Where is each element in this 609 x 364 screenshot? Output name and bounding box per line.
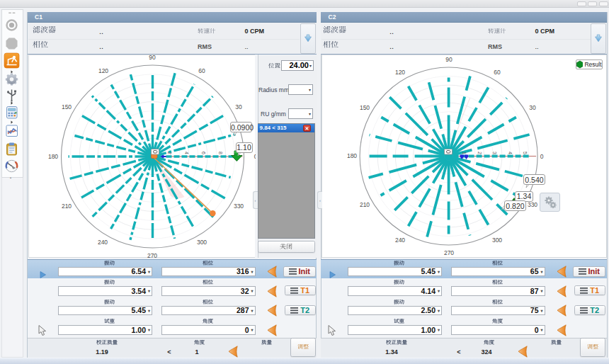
svg-text:270: 270 (444, 249, 454, 256)
svg-text:1: 1 (462, 152, 467, 154)
svg-text:150: 150 (360, 104, 370, 111)
svg-text:6: 6 (201, 152, 206, 154)
svg-text:2: 2 (477, 152, 482, 154)
svg-text:30: 30 (529, 104, 536, 111)
svg-text:330: 330 (234, 203, 244, 210)
svg-text:60: 60 (494, 69, 501, 76)
svg-text:30: 30 (235, 103, 242, 110)
svg-text:120: 120 (395, 69, 405, 76)
svg-text:4: 4 (184, 152, 189, 154)
svg-text:90: 90 (149, 55, 156, 61)
svg-text:180: 180 (347, 152, 357, 159)
svg-text:0: 0 (254, 153, 256, 160)
svg-text:90: 90 (445, 56, 453, 63)
svg-text:5: 5 (523, 152, 528, 154)
svg-text:8: 8 (218, 152, 223, 154)
svg-text:150: 150 (62, 103, 72, 110)
svg-text:210: 210 (360, 201, 370, 208)
svg-text:270: 270 (147, 252, 157, 258)
svg-text:330: 330 (528, 201, 537, 208)
svg-text:300: 300 (492, 237, 502, 244)
svg-text:240: 240 (395, 237, 405, 244)
svg-text:4: 4 (508, 152, 513, 154)
svg-text:2: 2 (167, 152, 172, 154)
svg-text:60: 60 (198, 67, 205, 74)
svg-text:300: 300 (197, 239, 207, 246)
svg-text:240: 240 (98, 239, 108, 246)
svg-text:3: 3 (492, 152, 497, 154)
svg-text:180: 180 (48, 153, 58, 160)
svg-text:120: 120 (98, 67, 108, 74)
svg-text:210: 210 (62, 203, 72, 210)
svg-text:0: 0 (540, 153, 544, 160)
